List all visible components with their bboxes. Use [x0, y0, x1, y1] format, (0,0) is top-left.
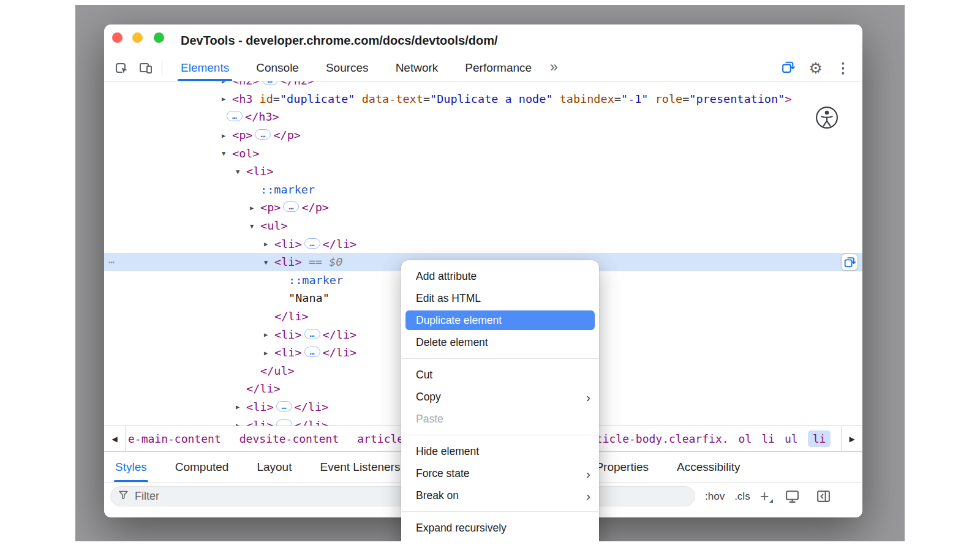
dom-tree-row[interactable]: ▼<ul>: [104, 217, 862, 235]
expand-arrow-icon[interactable]: ▶: [236, 403, 246, 410]
expand-arrow-icon[interactable]: ▶: [264, 349, 274, 356]
inline-expand-icon[interactable]: …: [304, 347, 320, 357]
context-menu-item-add-attribute[interactable]: Add attribute: [401, 265, 599, 287]
breadcrumb-scroll-left-icon[interactable]: ◀: [104, 426, 126, 451]
context-menu-item-cut[interactable]: Cut: [401, 364, 599, 386]
code-tag: </p>: [273, 129, 301, 141]
breadcrumb-item[interactable]: article: [357, 432, 404, 445]
menu-divider: [402, 435, 598, 435]
dom-tree-row[interactable]: ▶<h3 id="duplicate" data-text="Duplicate…: [104, 90, 862, 108]
breadcrumb-item[interactable]: article-body.clearfix.: [582, 432, 728, 445]
breadcrumb-item[interactable]: ol: [739, 432, 752, 445]
expand-arrow-icon[interactable]: ▼: [264, 258, 274, 266]
tab-console[interactable]: Console: [243, 55, 312, 81]
context-menu-item-label: Hide element: [416, 445, 479, 458]
devtools-window: DevTools - developer.chrome.com/docs/dev…: [104, 24, 862, 517]
expand-arrow-icon[interactable]: ▶: [264, 240, 274, 247]
context-menu-item-collapse-children[interactable]: Collapse children: [401, 539, 599, 541]
row-more-icon[interactable]: ⋯: [108, 256, 115, 268]
context-menu-item-force-state[interactable]: Force state›: [401, 462, 599, 484]
inline-expand-icon[interactable]: …: [283, 201, 299, 212]
context-menu-item-label: Expand recursively: [416, 522, 507, 535]
code-pln: [302, 255, 309, 268]
dom-tree-row[interactable]: ▶<p>…</p>: [104, 198, 862, 217]
inline-expand-icon[interactable]: …: [304, 238, 320, 249]
context-menu-item-delete-element[interactable]: Delete element: [401, 331, 599, 353]
dom-tree-row[interactable]: …</h3>: [104, 108, 862, 126]
breadcrumb-item[interactable]: e-main-content: [128, 432, 221, 445]
code-tag: <h2>: [232, 81, 260, 87]
rendering-emulation-icon[interactable]: [785, 489, 800, 504]
toggle-class-button[interactable]: .cls: [734, 490, 750, 503]
pane-tab-layout[interactable]: Layout: [257, 452, 292, 482]
zoom-button[interactable]: [154, 32, 164, 43]
pane-tab-accessibility[interactable]: Accessibility: [677, 452, 740, 482]
expand-arrow-icon[interactable]: ▼: [250, 222, 260, 230]
breadcrumb-scroll-right-icon[interactable]: ▶: [841, 426, 862, 451]
dom-tree-row[interactable]: ▼<ol>: [104, 144, 862, 162]
pane-tab-computed[interactable]: Computed: [175, 452, 229, 482]
pane-tab-styles[interactable]: Styles: [115, 452, 147, 482]
expand-arrow-icon[interactable]: ▼: [236, 168, 246, 175]
accessibility-person-icon[interactable]: [815, 105, 839, 130]
code-tag: </li>: [295, 400, 329, 413]
pane-tab-event-listeners[interactable]: Event Listeners: [320, 452, 400, 482]
code-tag: <li>: [246, 165, 274, 178]
code-tag: <p>: [260, 201, 281, 214]
breadcrumb-item[interactable]: devsite-content: [239, 432, 339, 445]
code-pln: =: [273, 92, 280, 105]
inline-expand-icon[interactable]: …: [227, 111, 243, 121]
tab-elements[interactable]: Elements: [167, 55, 243, 81]
toggle-hover-state-button[interactable]: :hov: [705, 490, 725, 503]
new-style-rule-button[interactable]: +: [760, 489, 769, 504]
styles-filter-input[interactable]: [135, 490, 318, 503]
close-button[interactable]: [112, 32, 123, 43]
tab-network[interactable]: Network: [382, 55, 452, 81]
duplicate-element-icon[interactable]: [780, 59, 796, 77]
context-menu-item-paste[interactable]: Paste: [401, 408, 599, 430]
context-menu-item-hide-element[interactable]: Hide element: [401, 440, 599, 462]
expand-arrow-icon[interactable]: ▼: [222, 149, 232, 157]
breadcrumb-item[interactable]: li: [808, 430, 831, 447]
toggle-sidebar-icon[interactable]: [816, 489, 831, 504]
breadcrumb-item[interactable]: ul: [785, 432, 798, 445]
expand-arrow-icon[interactable]: ▶: [222, 132, 232, 139]
context-menu-item-duplicate-element[interactable]: Duplicate element: [405, 310, 595, 330]
tab-performance[interactable]: Performance: [451, 55, 545, 81]
expand-arrow-icon[interactable]: ▶: [236, 421, 246, 426]
context-menu-item-break-on[interactable]: Break on›: [401, 484, 599, 506]
submenu-chevron-icon: ›: [586, 489, 590, 502]
tab-sources[interactable]: Sources: [312, 55, 382, 81]
context-menu-item-expand-recursively[interactable]: Expand recursively: [401, 517, 599, 539]
more-tabs-icon[interactable]: »: [545, 59, 563, 75]
code-tag: <h3: [232, 92, 260, 105]
dom-tree-row[interactable]: ▶<p>…</p>: [104, 126, 862, 145]
context-menu-item-edit-as-html[interactable]: Edit as HTML: [401, 287, 599, 309]
inline-expand-icon[interactable]: …: [276, 419, 292, 426]
inline-expand-icon[interactable]: …: [262, 81, 278, 85]
toolbar-divider: [162, 60, 162, 76]
expand-arrow-icon[interactable]: ▶: [222, 81, 232, 85]
device-toolbar-icon[interactable]: [138, 61, 153, 75]
context-menu-item-copy[interactable]: Copy›: [401, 386, 599, 408]
code-pln: [553, 92, 560, 105]
settings-gear-icon[interactable]: ⚙: [809, 61, 823, 76]
expand-arrow-icon[interactable]: ▶: [264, 331, 274, 338]
dom-tree-row[interactable]: ▼<li>: [104, 162, 862, 181]
dom-tree-row[interactable]: ▶<h2>…</h2>: [104, 81, 862, 90]
expand-arrow-icon[interactable]: ▶: [222, 95, 232, 102]
dom-tree-row[interactable]: ::marker: [104, 181, 862, 199]
inline-expand-icon[interactable]: …: [276, 401, 292, 411]
inline-expand-icon[interactable]: …: [255, 129, 271, 140]
duplicate-adorner-icon[interactable]: [841, 254, 858, 271]
code-pln: =: [423, 92, 430, 105]
dom-tree-row[interactable]: ▶<li>…</li>: [104, 235, 862, 253]
kebab-menu-icon[interactable]: ⋮: [836, 61, 850, 75]
expand-arrow-icon[interactable]: ▶: [250, 204, 260, 211]
breadcrumb-item[interactable]: li: [761, 432, 775, 445]
inline-expand-icon[interactable]: …: [304, 329, 320, 339]
minimize-button[interactable]: [132, 32, 143, 43]
pane-tab-properties[interactable]: Properties: [595, 452, 649, 482]
inspect-element-icon[interactable]: [114, 61, 129, 75]
toolbar-tabs: ElementsConsoleSourcesNetworkPerformance: [167, 55, 545, 81]
